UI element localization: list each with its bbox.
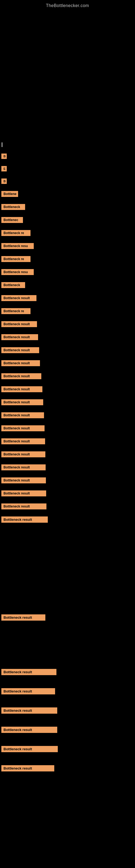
bottleneck-label-19: Bottleneck result [1,386,42,392]
bottleneck-label-5: Bottleneck [1,204,25,210]
bottleneck-label-25: Bottleneck result [1,464,46,470]
bottleneck-label-32: Bottleneck result [1,688,55,694]
bottleneck-label-14: Bottleneck result [1,321,37,327]
bottleneck-label-9: Bottleneck re [1,256,31,262]
bottleneck-label-13: Bottleneck re [1,308,31,314]
bottleneck-label-15: Bottleneck result [1,334,38,340]
bottleneck-label-3: B [1,179,7,184]
bottleneck-label-21: Bottleneck result [1,412,44,418]
bottleneck-label-31: Bottleneck result [1,669,56,675]
bottleneck-label-26: Bottleneck result [1,477,46,484]
bottleneck-label-22: Bottleneck result [1,425,45,431]
bottleneck-label-24: Bottleneck result [1,452,45,457]
bottleneck-label-4: Bottlene [1,191,18,197]
bottleneck-label-36: Bottleneck result [1,765,54,771]
bottleneck-label-29: Bottleneck result [1,517,48,523]
bottleneck-label-23: Bottleneck result [1,438,45,444]
bottleneck-label-18: Bottleneck result [1,373,41,379]
cursor-indicator: | [1,142,3,147]
bottleneck-label-7: Bottleneck re [1,230,31,236]
bottleneck-label-1: B [1,154,7,159]
bottleneck-label-27: Bottleneck result [1,490,46,496]
bottleneck-label-11: Bottleneck [1,282,25,288]
bottleneck-label-30: Bottleneck result [1,614,45,621]
bottleneck-label-6: Bottlenec [1,217,23,223]
bottleneck-label-16: Bottleneck result [1,347,39,353]
bottleneck-label-12: Bottleneck result [1,295,37,301]
bottleneck-label-28: Bottleneck result [1,503,46,509]
bottleneck-label-34: Bottleneck result [1,727,57,733]
bottleneck-label-17: Bottleneck result [1,360,40,366]
bottleneck-label-10: Bottleneck resu [1,269,34,275]
bottleneck-label-33: Bottleneck result [1,707,57,714]
bottleneck-label-20: Bottleneck result [1,399,43,405]
bottleneck-label-35: Bottleneck result [1,746,58,752]
site-title: TheBottlenecker.com [0,0,135,10]
bottleneck-label-2: E [1,166,7,172]
bottleneck-label-8: Bottleneck resu [1,243,34,249]
